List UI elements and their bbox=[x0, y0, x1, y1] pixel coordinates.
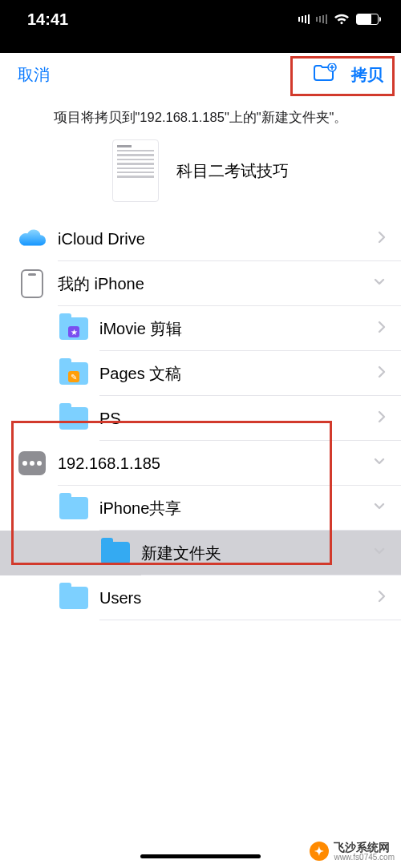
status-time: 14:41 bbox=[27, 10, 68, 29]
location-row[interactable]: 新建文件夹 bbox=[0, 531, 401, 575]
destination-subtitle: 项目将拷贝到"192.168.1.185"上的"新建文件夹"。 bbox=[0, 109, 401, 127]
watermark: ✦ 飞沙系统网 www.fs0745.com bbox=[310, 842, 395, 862]
signal-icon bbox=[298, 14, 310, 24]
chevron-down-icon[interactable] bbox=[372, 499, 387, 517]
watermark-url: www.fs0745.com bbox=[334, 854, 395, 862]
chevron-down-icon[interactable] bbox=[372, 544, 387, 562]
location-label: Users bbox=[99, 589, 377, 608]
sheet-backdrop bbox=[0, 38, 401, 53]
location-row[interactable]: Users bbox=[0, 575, 401, 620]
location-list: iCloud Drive我的 iPhone★iMovie 剪辑✎Pages 文稿… bbox=[0, 216, 401, 620]
location-row[interactable]: 我的 iPhone bbox=[0, 261, 401, 306]
folder-icon bbox=[59, 494, 88, 523]
new-folder-icon bbox=[313, 63, 337, 83]
sheet: 取消 拷贝 项目将拷贝到"192.168.1.185"上的"新建文件夹"。 bbox=[0, 53, 401, 868]
location-label: 192.168.1.185 bbox=[58, 454, 372, 473]
folder-pen-icon: ✎ bbox=[59, 359, 88, 388]
location-label: Pages 文稿 bbox=[99, 363, 377, 385]
chevron-right-icon[interactable] bbox=[377, 589, 387, 607]
folder-star-icon: ★ bbox=[59, 314, 88, 343]
watermark-brand: 飞沙系统网 bbox=[334, 841, 390, 854]
cancel-button[interactable]: 取消 bbox=[18, 64, 50, 86]
icloud-icon bbox=[18, 224, 47, 253]
location-label: 新建文件夹 bbox=[141, 543, 372, 564]
home-indicator bbox=[140, 854, 261, 858]
nav-bar: 取消 拷贝 bbox=[0, 53, 401, 96]
watermark-logo-icon: ✦ bbox=[310, 842, 329, 861]
iphone-icon bbox=[18, 269, 47, 298]
copy-button[interactable]: 拷贝 bbox=[351, 64, 383, 86]
chevron-down-icon[interactable] bbox=[372, 275, 387, 293]
document-title: 科目二考试技巧 bbox=[176, 160, 289, 182]
chevron-right-icon[interactable] bbox=[377, 230, 387, 248]
location-label: iCloud Drive bbox=[58, 230, 377, 248]
chevron-down-icon[interactable] bbox=[372, 454, 387, 472]
new-folder-button[interactable] bbox=[313, 63, 337, 87]
wifi-icon bbox=[334, 10, 350, 29]
folder-icon bbox=[59, 404, 88, 433]
signal-icon-secondary bbox=[316, 14, 327, 24]
location-row[interactable]: ✎Pages 文稿 bbox=[0, 351, 401, 396]
location-label: 我的 iPhone bbox=[58, 273, 372, 295]
battery-icon bbox=[356, 14, 379, 25]
location-label: PS bbox=[99, 410, 377, 428]
location-label: iPhone共享 bbox=[99, 498, 372, 519]
chevron-right-icon[interactable] bbox=[377, 365, 387, 382]
location-row[interactable]: iCloud Drive bbox=[0, 216, 401, 261]
document-preview: 科目二考试技巧 bbox=[0, 139, 401, 202]
server-icon bbox=[18, 449, 47, 478]
location-row[interactable]: 192.168.1.185 bbox=[0, 441, 401, 486]
document-thumb-icon bbox=[112, 139, 159, 202]
folder-icon bbox=[59, 583, 88, 612]
folder-solid-icon bbox=[101, 539, 130, 567]
location-row[interactable]: ★iMovie 剪辑 bbox=[0, 306, 401, 351]
status-indicators bbox=[298, 10, 379, 29]
chevron-right-icon[interactable] bbox=[377, 320, 387, 337]
location-row[interactable]: PS bbox=[0, 396, 401, 441]
chevron-right-icon[interactable] bbox=[377, 410, 387, 427]
location-row[interactable]: iPhone共享 bbox=[0, 486, 401, 531]
status-bar: 14:41 bbox=[0, 0, 401, 38]
location-label: iMovie 剪辑 bbox=[99, 318, 377, 340]
